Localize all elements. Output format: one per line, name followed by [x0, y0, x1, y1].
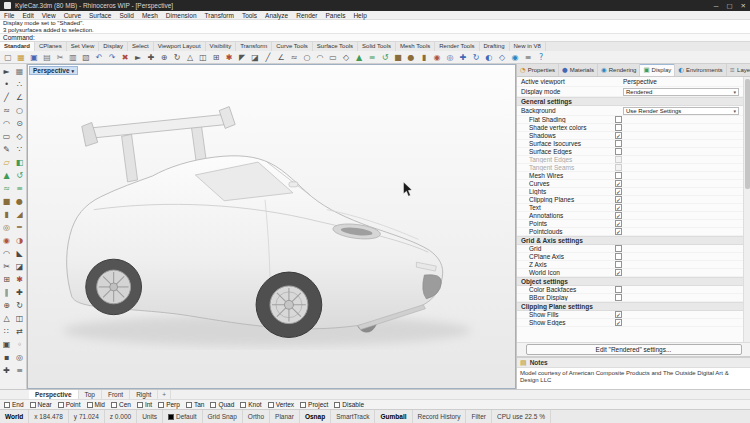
toolbar-tab-visibility[interactable]: Visibility	[206, 42, 237, 51]
toolbar-tab-set-view[interactable]: Set View	[67, 42, 100, 51]
trim-icon[interactable]: ◤	[236, 52, 248, 63]
save-icon[interactable]: ▣	[28, 52, 40, 63]
rotate-icon[interactable]: ↻	[13, 299, 26, 312]
rotate-icon[interactable]: ↻	[171, 52, 183, 63]
osnap-project[interactable]: Project	[300, 401, 328, 408]
checkbox-annotations[interactable]: ✓	[615, 212, 622, 219]
circle-icon[interactable]: ○	[301, 52, 313, 63]
osnap-int[interactable]: Int	[137, 401, 152, 408]
smarttrack-toggle[interactable]: SmartTrack	[331, 410, 375, 423]
array-icon[interactable]: ∷	[0, 325, 13, 338]
toolbar-tab-standard[interactable]: Standard	[0, 42, 35, 51]
surface-from-curves-icon[interactable]: ◧	[13, 156, 26, 169]
menu-mesh[interactable]: Mesh	[138, 11, 162, 20]
grid-snap-toggle[interactable]: Grid Snap	[203, 410, 243, 423]
osnap-toggle[interactable]: Osnap	[300, 410, 331, 423]
revolve-icon[interactable]: ↺	[13, 169, 26, 182]
arc-icon[interactable]: ◠	[314, 52, 326, 63]
filter-toggle[interactable]: Filter	[466, 410, 491, 423]
checkbox-bbox-display[interactable]	[615, 294, 622, 301]
menu-solid[interactable]: Solid	[115, 11, 137, 20]
explode-icon[interactable]: ✱	[223, 52, 235, 63]
panel-scrollbar-thumb[interactable]	[745, 79, 750, 189]
select-display-mode[interactable]: Rendered▾	[623, 88, 739, 96]
redo-icon[interactable]: ↷	[106, 52, 118, 63]
command-prompt[interactable]: Command:	[0, 33, 750, 42]
toolbar-tab-viewport-layout[interactable]: Viewport Layout	[154, 42, 206, 51]
sweep-icon[interactable]: ≈	[0, 182, 13, 195]
osnap-point[interactable]: Point	[58, 401, 81, 408]
polyline-icon[interactable]: ∠	[13, 91, 26, 104]
scale-icon[interactable]: △	[184, 52, 196, 63]
viewport-tab-top[interactable]: Top	[79, 390, 102, 399]
shaded-view-icon[interactable]: ◐	[483, 52, 495, 63]
maximize-button[interactable]: ▢	[726, 2, 732, 10]
selection-filter-icon[interactable]: ▦	[13, 65, 26, 78]
delete-icon[interactable]: ✖	[119, 52, 131, 63]
move-icon[interactable]: ✚	[145, 52, 157, 63]
toolbar-tab-drafting[interactable]: Drafting	[480, 42, 510, 51]
copy-object-icon[interactable]: ⊕	[158, 52, 170, 63]
lock-icon[interactable]: ▪	[0, 351, 13, 364]
checkbox-show-fills[interactable]: ✓	[615, 311, 622, 318]
checkbox-surface-isocurves[interactable]	[615, 140, 622, 147]
curve-icon[interactable]: ≈	[288, 52, 300, 63]
circle-icon[interactable]: ○	[13, 104, 26, 117]
ellipse-icon[interactable]: ⊙	[13, 117, 26, 130]
viewport-tab-perspective[interactable]: Perspective	[29, 390, 79, 399]
print-icon[interactable]: ▤	[41, 52, 53, 63]
paste-icon[interactable]: ▧	[80, 52, 92, 63]
trim-icon[interactable]: ✂	[0, 260, 13, 273]
osnap-tan[interactable]: Tan	[186, 401, 204, 408]
toolbar-tab-cplanes[interactable]: CPlanes	[35, 42, 67, 51]
layers-icon[interactable]: ≡	[522, 52, 534, 63]
menu-analyze[interactable]: Analyze	[261, 11, 292, 20]
checkbox-curves[interactable]: ✓	[615, 180, 622, 187]
checkbox-pointclouds[interactable]: ✓	[615, 228, 622, 235]
section-clipping-plane-settings[interactable]: Clipping Plane settings	[517, 302, 743, 311]
copy-icon[interactable]: ⊕	[0, 299, 13, 312]
menu-help[interactable]: Help	[349, 11, 370, 20]
hide-icon[interactable]: ◦	[13, 338, 26, 351]
checkbox-points[interactable]: ✓	[615, 220, 622, 227]
panel-tab-display[interactable]: ▣Display	[640, 64, 675, 76]
cylinder-icon[interactable]: ▮	[418, 52, 430, 63]
extrude-icon[interactable]: ▲	[353, 52, 365, 63]
checkbox-text[interactable]: ✓	[615, 204, 622, 211]
command-history[interactable]: Display mode set to "Shaded".3 polysurfa…	[0, 20, 750, 33]
new-file-icon[interactable]: ▢	[2, 52, 14, 63]
car-model-render[interactable]	[28, 65, 515, 388]
render-icon[interactable]: ◉	[509, 52, 521, 63]
checkbox-color-backfaces[interactable]	[615, 286, 622, 293]
checkbox-z-axis[interactable]	[615, 261, 622, 268]
menu-edit[interactable]: Edit	[18, 11, 37, 20]
toolbar-tab-mesh-tools[interactable]: Mesh Tools	[396, 42, 435, 51]
notes-text[interactable]: Model courtesy of American Composite Pro…	[517, 368, 750, 389]
menu-panels[interactable]: Panels	[322, 11, 350, 20]
scale-icon[interactable]: △	[0, 312, 13, 325]
panel-tab-environments[interactable]: ◐Environments	[675, 64, 726, 76]
toolbar-tab-transform[interactable]: Transform	[236, 42, 272, 51]
edit-rendered-settings-button[interactable]: Edit "Rendered" settings...	[526, 344, 742, 355]
pan-view-icon[interactable]: ✚	[457, 52, 469, 63]
osnap-cen[interactable]: Cen	[111, 401, 131, 408]
osnap-end[interactable]: End	[4, 401, 24, 408]
select-icon[interactable]: ►	[132, 52, 144, 63]
move-icon[interactable]: ✚	[13, 286, 26, 299]
line-icon[interactable]: ╱	[262, 52, 274, 63]
panel-tab-layers[interactable]: ≡Layers	[727, 64, 750, 76]
torus-icon[interactable]: ◎	[0, 221, 13, 234]
current-layer[interactable]: Default	[163, 410, 203, 423]
cylinder-icon[interactable]: ▮	[0, 208, 13, 221]
osnap-vertex[interactable]: Vertex	[268, 401, 294, 408]
viewport-tab-front[interactable]: Front	[102, 390, 130, 399]
toolbar-tab-select[interactable]: Select	[128, 42, 154, 51]
group-icon[interactable]: ▣	[0, 338, 13, 351]
checkbox-cplane-axis[interactable]	[615, 253, 622, 260]
boolean-difference-icon[interactable]: ◑	[13, 234, 26, 247]
layer-icon[interactable]: ≡	[13, 364, 26, 377]
cone-icon[interactable]: ◢	[13, 208, 26, 221]
loft-icon[interactable]: ≡	[13, 182, 26, 195]
menu-dimension[interactable]: Dimension	[162, 11, 201, 20]
cut-icon[interactable]: ✂	[54, 52, 66, 63]
